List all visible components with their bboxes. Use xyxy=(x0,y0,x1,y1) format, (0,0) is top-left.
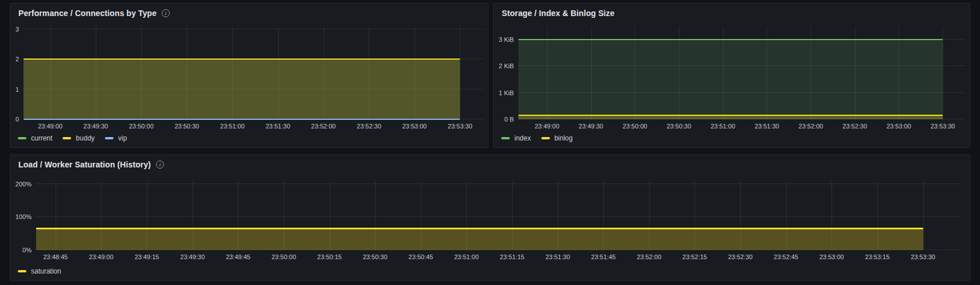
x-tick-label: 23:49:30 xyxy=(84,123,108,130)
legend-color-swatch xyxy=(18,270,26,272)
legend-color-swatch xyxy=(501,137,510,139)
x-tick-label: 23:49:00 xyxy=(534,123,559,130)
legend-item-index[interactable]: index xyxy=(501,134,531,142)
panel-index-binlog-size: Storage / Index & Binlog Size 0 B1 KiB2 … xyxy=(493,3,970,148)
x-tick-label: 23:51:00 xyxy=(220,123,245,130)
legend-color-swatch xyxy=(18,137,26,139)
x-tick-label: 23:52:00 xyxy=(799,123,823,130)
x-gridline xyxy=(923,181,924,250)
chart-plot-area[interactable]: 012323:49:0023:49:3023:50:0023:50:3023:5… xyxy=(24,26,484,119)
y-gridline xyxy=(36,184,960,184)
x-gridline xyxy=(460,26,460,119)
x-tick-label: 23:50:15 xyxy=(317,254,342,260)
x-tick-label: 23:52:00 xyxy=(637,254,661,260)
y-tick-label: 1 xyxy=(15,86,19,92)
x-tick-label: 23:52:30 xyxy=(357,123,381,130)
series-fill-saturation xyxy=(36,229,923,251)
panel-title[interactable]: Performance / Connections by Type xyxy=(18,9,157,18)
chart-plot-area[interactable]: 0 B1 KiB2 KiB3 KiB23:49:0023:49:3023:50:… xyxy=(518,26,965,119)
y-tick-label: 2 KiB xyxy=(499,63,514,69)
chart-legend: saturation xyxy=(18,267,61,276)
x-tick-label: 23:51:00 xyxy=(710,123,735,130)
x-tick-label: 23:49:00 xyxy=(89,254,114,260)
chart-plot-area[interactable]: 0%100%200%23:48:4523:49:0023:49:1523:49:… xyxy=(36,181,960,250)
x-tick-label: 23:49:30 xyxy=(180,254,205,260)
series-fill-binlog xyxy=(518,115,943,119)
panel-worker-saturation: Load / Worker Saturation (History) i 0%1… xyxy=(10,154,970,281)
x-tick-label: 23:51:00 xyxy=(454,254,479,260)
legend-label: index xyxy=(514,134,531,142)
y-tick-label: 100% xyxy=(15,214,32,220)
series-line-saturation xyxy=(36,228,923,229)
x-tick-label: 23:53:30 xyxy=(448,123,473,130)
x-tick-label: 23:53:00 xyxy=(887,123,911,130)
legend-label: binlog xyxy=(555,134,573,142)
x-tick-label: 23:52:15 xyxy=(682,254,707,260)
legend-label: vip xyxy=(118,134,127,142)
panel-connections-by-type: Performance / Connections by Type i 0123… xyxy=(10,3,489,148)
x-tick-label: 23:49:00 xyxy=(38,123,63,130)
x-tick-label: 23:52:30 xyxy=(842,123,867,130)
info-icon[interactable]: i xyxy=(156,161,164,169)
x-tick-label: 23:50:45 xyxy=(408,254,433,260)
x-tick-label: 23:51:30 xyxy=(755,123,779,130)
series-fill-buddy xyxy=(24,59,460,119)
x-tick-label: 23:49:30 xyxy=(579,123,603,130)
y-tick-label: 0 xyxy=(15,116,19,123)
legend-color-swatch xyxy=(63,137,71,139)
x-tick-label: 23:50:30 xyxy=(666,123,691,130)
x-tick-label: 23:52:30 xyxy=(728,254,753,260)
series-fill-index xyxy=(518,40,943,119)
legend-item-current[interactable]: current xyxy=(18,134,52,142)
x-tick-label: 23:53:00 xyxy=(402,123,427,130)
x-tick-label: 23:48:45 xyxy=(43,254,68,260)
x-tick-label: 23:53:00 xyxy=(819,254,844,260)
y-tick-label: 1 KiB xyxy=(499,89,514,96)
y-tick-label: 200% xyxy=(15,181,32,187)
x-gridline xyxy=(943,26,943,119)
legend-item-vip[interactable]: vip xyxy=(105,134,127,142)
y-tick-label: 3 KiB xyxy=(499,37,514,43)
chart-legend: indexbinlog xyxy=(501,134,573,143)
y-tick-label: 0% xyxy=(22,247,32,253)
panel-header: Load / Worker Saturation (History) i xyxy=(10,155,970,174)
x-tick-label: 23:53:30 xyxy=(911,254,935,260)
x-tick-label: 23:49:15 xyxy=(135,254,159,260)
x-tick-label: 23:51:30 xyxy=(266,123,290,130)
series-line-index xyxy=(518,39,943,40)
y-gridline xyxy=(36,216,960,217)
series-line-vip xyxy=(24,119,460,120)
x-tick-label: 23:51:45 xyxy=(591,254,616,260)
y-tick-label: 3 xyxy=(15,26,19,33)
legend-item-binlog[interactable]: binlog xyxy=(541,134,573,142)
x-tick-label: 23:50:30 xyxy=(174,123,199,130)
x-tick-label: 23:50:00 xyxy=(129,123,154,130)
x-tick-label: 23:50:00 xyxy=(623,123,647,130)
legend-label: saturation xyxy=(31,267,61,275)
legend-color-swatch xyxy=(105,137,114,139)
x-tick-label: 23:52:45 xyxy=(774,254,798,260)
x-tick-label: 23:49:45 xyxy=(226,254,251,260)
legend-label: current xyxy=(31,134,52,142)
x-tick-label: 23:52:00 xyxy=(311,123,336,130)
y-tick-label: 2 xyxy=(15,56,19,63)
x-tick-label: 23:50:00 xyxy=(271,254,296,260)
legend-label: buddy xyxy=(76,134,95,142)
x-tick-label: 23:50:30 xyxy=(363,254,388,260)
panel-header: Storage / Index & Binlog Size xyxy=(494,3,970,23)
x-tick-label: 23:51:30 xyxy=(545,254,570,260)
legend-item-buddy[interactable]: buddy xyxy=(63,134,95,142)
panel-title[interactable]: Storage / Index & Binlog Size xyxy=(502,9,615,18)
legend-item-saturation[interactable]: saturation xyxy=(18,267,61,275)
series-line-binlog xyxy=(518,115,943,116)
panel-title[interactable]: Load / Worker Saturation (History) xyxy=(18,160,151,169)
legend-color-swatch xyxy=(541,137,550,139)
y-tick-label: 0 B xyxy=(504,116,514,123)
x-tick-label: 23:53:30 xyxy=(931,123,955,130)
info-icon[interactable]: i xyxy=(162,9,170,17)
x-tick-label: 23:53:15 xyxy=(865,254,890,260)
x-tick-label: 23:51:15 xyxy=(500,254,525,260)
panel-header: Performance / Connections by Type i xyxy=(10,3,488,23)
chart-legend: currentbuddyvip xyxy=(18,134,127,143)
